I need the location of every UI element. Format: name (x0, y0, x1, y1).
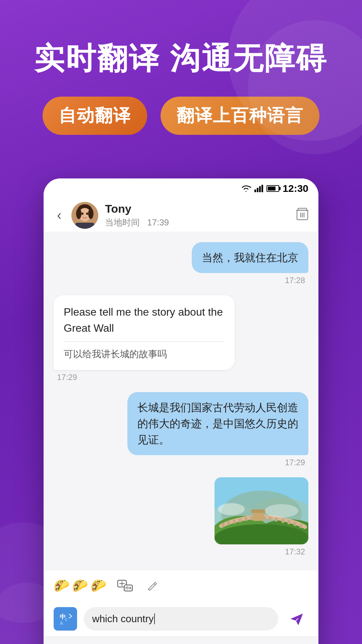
contact-info: Tony 当地时间 17:39 (105, 202, 290, 228)
message-sent-1: 当然，我就住在北京 (54, 242, 308, 273)
great-wall-image (215, 477, 308, 544)
toolbar-translate-button[interactable]: 中A (116, 577, 134, 594)
bubble-sent-3: 长城是我们国家古代劳动人民创造的伟大的奇迹，是中国悠久历史的见证。 (127, 392, 308, 455)
svg-point-10 (81, 212, 83, 215)
message-sent-3: 长城是我们国家古代劳动人民创造的伟大的奇迹，是中国悠久历史的见证。 (54, 392, 308, 455)
message-image-4 (54, 477, 308, 544)
status-bar: 12:30 (44, 178, 318, 199)
status-icons: 12:30 (241, 183, 308, 194)
svg-text:A: A (60, 620, 63, 626)
bubble-divider (64, 341, 225, 342)
cursor (154, 613, 155, 624)
contact-local-time: 当地时间 17:39 (105, 217, 290, 228)
svg-point-9 (88, 208, 94, 219)
msg-time-1: 17:28 (54, 276, 308, 285)
status-time: 12:30 (283, 183, 308, 194)
chat-header: ‹ (44, 199, 318, 232)
svg-rect-33 (269, 517, 272, 521)
svg-rect-30 (251, 516, 253, 520)
send-button[interactable] (285, 607, 308, 631)
chat-messages-area: 当然，我就住在北京 17:28 Please tell me the story… (44, 232, 318, 570)
emoji-3[interactable]: 🌮 (90, 578, 106, 593)
svg-rect-27 (233, 520, 236, 524)
svg-rect-1 (257, 188, 258, 192)
svg-text:中A: 中A (125, 586, 132, 590)
message-input-text: which country (92, 613, 154, 625)
chat-toolbar: 🌮 🌮 🌮 中A (44, 570, 318, 601)
bubble-sent-1: 当然，我就住在北京 (192, 242, 308, 273)
message-received-2: Please tell me the story about the Great… (54, 295, 308, 370)
svg-rect-29 (245, 517, 247, 521)
svg-point-41 (218, 503, 245, 515)
svg-rect-34 (275, 518, 278, 522)
toolbar-edit-button[interactable] (144, 577, 161, 594)
great-wall-svg (215, 477, 308, 544)
svg-rect-25 (222, 523, 225, 527)
battery-icon (266, 185, 279, 192)
phone-mockup: 12:30 ‹ (44, 178, 318, 644)
svg-rect-28 (239, 518, 241, 522)
svg-point-42 (265, 504, 298, 518)
avatar-image (71, 202, 98, 229)
message-input-container[interactable]: which country (84, 607, 278, 631)
emoji-2[interactable]: 🌮 (72, 578, 88, 593)
svg-point-11 (86, 212, 88, 215)
wifi-icon (241, 185, 251, 192)
contact-name: Tony (105, 202, 290, 215)
svg-rect-3 (261, 185, 263, 192)
svg-point-8 (76, 208, 81, 219)
bubble-translation-text: 可以给我讲长城的故事吗 (64, 347, 225, 361)
svg-rect-38 (300, 524, 302, 528)
bubble-received-2: Please tell me the story about the Great… (54, 295, 235, 370)
svg-rect-37 (294, 522, 296, 526)
back-button[interactable]: ‹ (54, 204, 65, 226)
signal-icon (254, 185, 263, 192)
bubble-original-text: Please tell me the story about the Great… (64, 304, 225, 336)
background: 实时翻译 沟通无障碍 自动翻译 翻译上百种语言 (0, 0, 362, 644)
svg-rect-35 (282, 519, 284, 523)
delete-button[interactable] (296, 207, 308, 223)
svg-rect-0 (254, 190, 256, 192)
svg-rect-36 (288, 520, 290, 524)
svg-text:中: 中 (60, 613, 66, 620)
msg-time-4: 17:32 (54, 547, 308, 556)
translate-mode-button[interactable]: 中 A (54, 607, 77, 631)
svg-rect-26 (227, 521, 230, 525)
svg-rect-2 (259, 186, 261, 192)
translation-hint-bar[interactable]: 中⇌英 | 点击此处输入要翻译的语句 (44, 637, 318, 644)
auto-translate-badge[interactable]: 自动翻译 (43, 97, 147, 135)
svg-rect-40 (251, 509, 265, 513)
emoji-1[interactable]: 🌮 (54, 578, 69, 593)
emoji-group: 🌮 🌮 🌮 (54, 578, 106, 593)
contact-avatar (71, 202, 98, 229)
msg-time-3: 17:29 (54, 458, 308, 467)
svg-rect-12 (75, 223, 94, 229)
msg-time-2: 17:29 (54, 373, 308, 382)
chat-input-area: 中 A which country (44, 601, 318, 637)
